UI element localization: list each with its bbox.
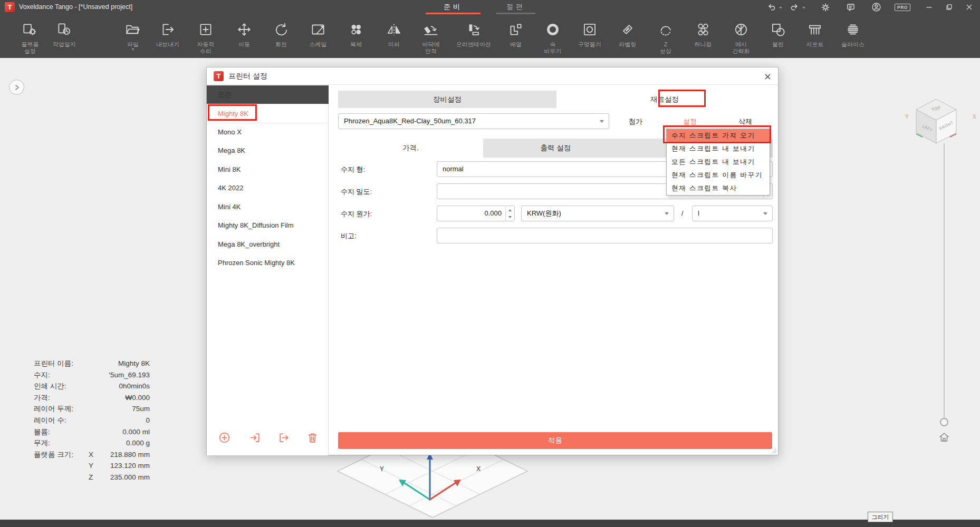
view-cube[interactable]: TOP LEFT FRONT Y X (897, 92, 980, 155)
printer-item-mighty-8k-diffusion[interactable]: Mighty 8K_Diffusion Film (207, 216, 329, 235)
toolbar-item-labeling[interactable]: 라벨링 (607, 21, 649, 57)
resize-grip[interactable] (772, 448, 777, 454)
menu-item-import-resin-script[interactable]: 수지 스크립트 가져 오기 (667, 129, 770, 142)
stat-row: 수지:'5um_69.193 (34, 369, 150, 381)
labeling-icon (619, 21, 637, 38)
undo-icon (767, 3, 776, 12)
subtab-price[interactable]: 가격. (338, 139, 483, 158)
tab-slice[interactable]: 절편 (496, 0, 535, 14)
account-button[interactable] (869, 0, 883, 14)
add-resin-link[interactable]: 첨가 (629, 117, 642, 126)
chevron-right-icon (14, 84, 20, 91)
menu-item-export-all-scripts[interactable]: 모든 스크립트 내 보내기 (667, 155, 770, 169)
currency-select[interactable]: KRW(원화) (521, 206, 674, 221)
note-input[interactable] (437, 228, 773, 243)
pro-badge: PRO (893, 0, 911, 14)
support-icon (806, 21, 824, 38)
redo-menu-button[interactable] (801, 0, 807, 14)
home-view-button[interactable] (938, 431, 950, 446)
feedback-button[interactable] (844, 0, 858, 14)
dialog-title: 프린터 설정 (228, 72, 267, 81)
unit-select[interactable]: l (692, 206, 773, 221)
dialog-titlebar[interactable]: T 프린터 설정 (207, 67, 778, 85)
import-printer-button[interactable] (248, 431, 262, 445)
toolbar-item-z-compensation[interactable]: Z보상 (645, 21, 687, 57)
gear-icon (821, 3, 830, 12)
tab-prepare[interactable]: 준비 (426, 0, 481, 14)
titlebar-controls: PRO (765, 0, 977, 14)
redo-button[interactable] (788, 0, 801, 14)
printer-item-phrozen-sonic-mighty-8k[interactable]: Phrozen Sonic Mighty 8K (207, 253, 329, 272)
toolbar-item-support[interactable]: 서포트 (794, 21, 836, 57)
toolbar-item-lay-flat[interactable]: 바닥에안착 (410, 21, 452, 57)
menu-item-copy-current-script[interactable]: 현재 스크립트 복사 (667, 182, 770, 195)
toolbar-item-mesh-simplify[interactable]: 메시간략화 (720, 21, 762, 57)
settings-button[interactable] (819, 0, 832, 14)
spinner-buttons[interactable] (505, 207, 514, 220)
printer-item-mega-8k-overbright[interactable]: Mega 8K_overbright (207, 235, 329, 254)
toolbar-item-mirror[interactable]: 미러 (373, 21, 415, 57)
toolbar-item-honeycomb[interactable]: 허니컴 (682, 21, 724, 57)
printer-item-mono-x[interactable]: Mono X (207, 123, 329, 142)
resin-script-context-menu: 수지 스크립트 가져 오기 현재 스크립트 내 보내기 모든 스크립트 내 보내… (666, 129, 770, 196)
settings-resin-link[interactable]: 설정 (683, 117, 697, 126)
printer-item-mega-8k[interactable]: Mega 8K (207, 141, 329, 160)
minimize-button[interactable] (921, 0, 937, 14)
caret-down-icon (665, 212, 669, 215)
export-printer-button[interactable] (277, 431, 291, 445)
printer-item-mini-8k[interactable]: Mini 8K (207, 160, 329, 179)
menu-item-export-current-script[interactable]: 현재 스크립트 내 보내기 (667, 142, 770, 155)
printer-item-mini-4k[interactable]: Mini 4K (207, 198, 329, 217)
undo-menu-button[interactable] (777, 0, 784, 14)
toolbar-item-hollow[interactable]: 속비우기 (532, 21, 574, 57)
expand-panel-button[interactable] (9, 80, 24, 95)
printer-list: 표준 Mighty 8K Mono X Mega 8K Mini 8K 4K 2… (207, 85, 329, 455)
move-icon (235, 21, 253, 38)
stat-row: 인쇄 시간:0h0min0s (34, 380, 150, 392)
toolbar-item-rotate[interactable]: 회전 (260, 21, 302, 57)
toolbar-item-duplicate[interactable]: 복제 (335, 21, 377, 57)
maximize-button[interactable] (941, 0, 957, 14)
lay-flat-icon (422, 21, 440, 38)
resin-profile-select[interactable]: Phrozen_Aqua8K_Red-Clay_50um_60.317 (338, 113, 609, 129)
toolbar-item-slice[interactable]: 슬라이스 (832, 21, 874, 57)
delete-resin-link[interactable]: 삭제 (738, 117, 752, 126)
resin-cost-input[interactable]: 0.000 (437, 206, 515, 221)
delete-printer-button[interactable] (306, 431, 320, 445)
plate-x-axis-label: X (476, 465, 481, 473)
mirror-icon (385, 21, 403, 38)
toolbar-item-move[interactable]: 이동 (223, 21, 265, 57)
close-icon (764, 73, 771, 80)
tab-device-settings[interactable]: 장비설정 (338, 91, 556, 108)
restore-icon (946, 4, 953, 11)
add-printer-button[interactable] (218, 431, 232, 445)
printer-item-mighty-8k[interactable]: Mighty 8K (207, 104, 329, 123)
toolbar-item-punch-hole[interactable]: 구멍뚫기 (569, 21, 611, 57)
folder-icon (124, 21, 142, 38)
menu-item-rename-current-script[interactable]: 현재 스크립트 이름 바꾸기 (667, 169, 770, 182)
tab-material-settings[interactable]: 재료설정 (556, 91, 773, 108)
toolbar-item-export[interactable]: 내보내기 (147, 21, 189, 57)
user-icon (871, 2, 881, 12)
window-title: Voxeldance Tango - [*Unsaved project] (19, 3, 132, 11)
close-icon (966, 4, 973, 11)
close-button[interactable] (961, 0, 977, 14)
dialog-close-button[interactable] (763, 72, 772, 81)
toolbar-item-scale[interactable]: 스케일 (297, 21, 339, 57)
toolbar-item-boolean[interactable]: 불린 (757, 21, 799, 57)
draw-button[interactable]: 그리기 (868, 512, 893, 522)
zoom-slider-handle[interactable] (940, 418, 948, 426)
undo-button[interactable] (765, 0, 777, 14)
toolbar-item-orientation[interactable]: 오리엔테이션 (453, 21, 495, 57)
toolbar-item-arrange[interactable]: 배열 (495, 21, 537, 57)
mesh-simplify-icon (732, 21, 750, 38)
apply-button[interactable]: 적용 (338, 432, 772, 449)
subtab-output-settings[interactable]: 출력 설정 (483, 139, 628, 158)
caret-down-icon (802, 5, 806, 9)
toolbar-item-work-log[interactable]: 작업일지 (43, 21, 85, 57)
slice-icon (844, 21, 862, 38)
printer-item-4k-2022[interactable]: 4K 2022 (207, 179, 329, 198)
toolbar-item-auto-repair[interactable]: 자동적수리 (185, 21, 227, 57)
trash-icon (306, 431, 319, 444)
zoom-slider-track[interactable] (944, 143, 945, 422)
